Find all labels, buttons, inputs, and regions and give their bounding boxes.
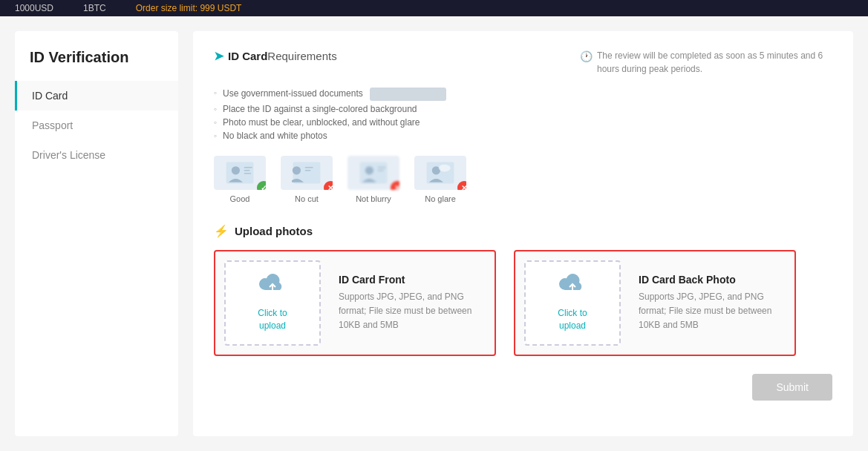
upload-box-front[interactable]: Click toupload	[224, 260, 321, 346]
submit-button[interactable]: Submit	[752, 374, 832, 401]
sidebar-item-id-card[interactable]: ID Card	[15, 81, 178, 111]
upload-info-back: ID Card Back Photo Supports JPG, JPEG, a…	[630, 251, 794, 355]
svg-rect-2	[244, 167, 252, 168]
example-notblurry: ✕ Not blurry	[347, 156, 399, 203]
upload-cloud-icon-back	[559, 274, 586, 301]
svg-point-6	[293, 166, 301, 174]
req-item-3: Photo must be clear, unblocked, and with…	[214, 117, 832, 128]
svg-rect-8	[305, 170, 311, 171]
examples-row: ✓ Good ✕ No cut	[214, 156, 832, 203]
main-layout: ID Verification ID Card Passport Driver'…	[0, 16, 868, 451]
upload-card-front: Click toupload ID Card Front Supports JP…	[214, 250, 496, 356]
topbar-item1: 1000USD	[15, 3, 53, 13]
clock-icon: 🕐	[580, 49, 593, 65]
svg-point-1	[232, 166, 240, 174]
upload-click-text-front: Click toupload	[258, 307, 287, 332]
sidebar-item-passport[interactable]: Passport	[15, 111, 178, 140]
good-badge: ✓	[257, 181, 266, 190]
section-title: ➤ ID CardRequirements	[214, 49, 337, 63]
upload-front-desc: Supports JPG, JPEG, and PNG format; File…	[339, 290, 486, 333]
upload-click-text-back: Click toupload	[558, 307, 587, 332]
review-notice: 🕐 The review will be completed as soon a…	[580, 49, 832, 76]
upload-areas: Click toupload ID Card Front Supports JP…	[214, 250, 832, 356]
svg-point-10	[365, 166, 373, 174]
example-good: ✓ Good	[214, 156, 266, 203]
blurred-overlay	[370, 88, 446, 101]
nocut-badge: ✕	[324, 181, 333, 190]
upload-front-title: ID Card Front	[339, 274, 486, 286]
svg-rect-11	[378, 167, 386, 168]
upload-back-title: ID Card Back Photo	[639, 274, 786, 286]
topbar-item3: Order size limit: 999 USDT	[136, 3, 242, 13]
example-noglare: ✕ No glare	[414, 156, 466, 203]
svg-rect-7	[305, 167, 313, 168]
top-bar: 1000USD 1BTC Order size limit: 999 USDT	[0, 0, 868, 16]
example-nocut: ✕ No cut	[281, 156, 333, 203]
upload-cloud-icon-front	[259, 274, 286, 301]
example-card-nocut: ✕	[281, 156, 333, 190]
req-item-4: No black and white photos	[214, 131, 832, 141]
example-card-notblurry: ✕	[347, 156, 399, 190]
topbar-item2: 1BTC	[83, 3, 106, 13]
req-item-1: Use government-issued documents	[214, 88, 832, 101]
upload-info-front: ID Card Front Supports JPG, JPEG, and PN…	[330, 251, 495, 355]
svg-point-15	[439, 165, 451, 172]
svg-rect-3	[244, 170, 250, 171]
example-label-nocut: No cut	[295, 194, 319, 203]
upload-back-desc: Supports JPG, JPEG, and PNG format; File…	[639, 290, 786, 333]
lightning-icon: ⚡	[214, 224, 229, 238]
content-area: ➤ ID CardRequirements 🕐 The review will …	[193, 31, 853, 436]
req-item-2: Place the ID against a single-colored ba…	[214, 104, 832, 114]
sidebar-title: ID Verification	[15, 49, 178, 81]
upload-section-title: ⚡ Upload photos	[214, 224, 832, 238]
upload-box-back[interactable]: Click toupload	[524, 260, 621, 346]
sidebar-item-drivers-license[interactable]: Driver's License	[15, 140, 178, 170]
example-label-noglare: No glare	[425, 194, 456, 203]
requirements-list: Use government-issued documents Place th…	[214, 88, 832, 141]
sidebar: ID Verification ID Card Passport Driver'…	[15, 31, 178, 436]
section-header: ➤ ID CardRequirements 🕐 The review will …	[214, 49, 832, 76]
svg-rect-12	[378, 170, 384, 171]
upload-card-back: Click toupload ID Card Back Photo Suppor…	[514, 250, 796, 356]
noglare-badge: ✕	[457, 181, 466, 190]
example-card-noglare: ✕	[414, 156, 466, 190]
submit-row: Submit	[214, 374, 832, 401]
section-title-text: ID CardRequirements	[228, 50, 337, 62]
arrow-icon: ➤	[214, 49, 223, 63]
example-label-notblurry: Not blurry	[356, 194, 391, 203]
example-card-good: ✓	[214, 156, 266, 190]
notblurry-badge: ✕	[391, 181, 399, 190]
svg-rect-4	[244, 173, 252, 174]
example-label-good: Good	[230, 194, 250, 203]
